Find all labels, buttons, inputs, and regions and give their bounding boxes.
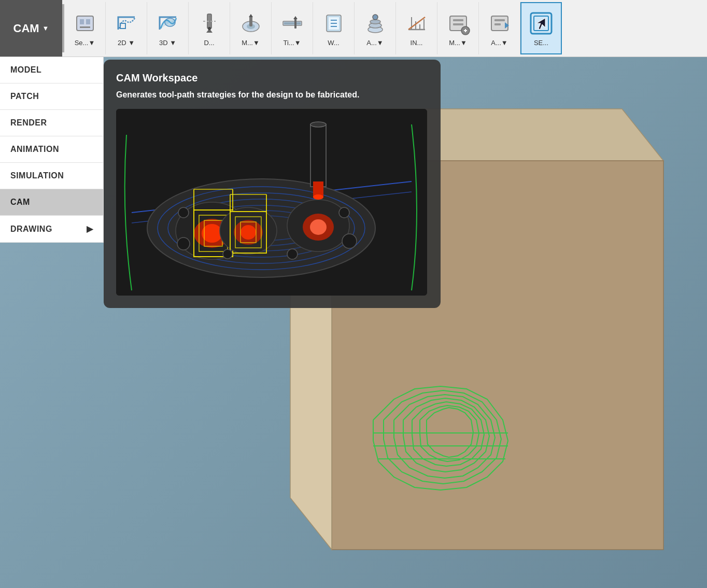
sidebar-item-patch[interactable]: PATCH [0,83,103,110]
3d-icon [154,10,181,37]
tool-drill-label: D... [204,39,214,47]
svg-rect-15 [294,18,296,29]
svg-point-24 [370,20,380,24]
workspace-label: CAM [13,22,39,35]
svg-point-83 [310,122,326,127]
sidebar-item-model-label: MODEL [10,65,41,75]
turning-icon [279,10,306,37]
tool-select-label: SE... [534,39,548,47]
svg-point-88 [339,207,349,218]
sidebar-item-cam-label: CAM [10,198,30,207]
drawing-arrow-icon: ▶ [87,224,93,234]
svg-marker-16 [293,16,298,19]
tooltip-description: Generates tool-path strategies for the d… [116,89,428,101]
sidebar-item-render[interactable]: RENDER [0,110,103,136]
manage-icon [445,10,472,37]
inspect-icon [403,10,430,37]
sidebar-item-drawing[interactable]: DRAWING ▶ [0,216,103,243]
tool-select[interactable]: SE... [520,2,562,54]
svg-rect-2 [86,19,90,24]
svg-rect-39 [494,19,505,21]
tool-manage[interactable]: M...▼ [437,2,479,54]
svg-point-87 [178,207,189,218]
sidebar-item-render-label: RENDER [10,118,47,128]
tool-water-label: W... [328,39,339,47]
svg-point-85 [313,194,323,200]
sidebar-item-drawing-label: DRAWING [10,225,52,234]
svg-marker-12 [249,14,253,17]
tool-water[interactable]: W... [313,2,355,54]
sidebar-item-animation[interactable]: ANIMATION [0,136,103,163]
sidebar-item-cam[interactable]: CAM [0,189,103,216]
tool-manage-label: M...▼ [449,39,467,47]
select-icon [528,10,555,37]
svg-rect-34 [453,23,463,25]
tooltip-title: CAM Workspace [116,72,428,84]
svg-point-81 [310,219,327,235]
svg-rect-40 [494,23,501,25]
additive-icon [362,10,389,37]
svg-point-89 [342,234,357,248]
workspace-dropdown[interactable]: CAM ▼ [0,0,62,57]
2d-icon [113,10,140,37]
svg-rect-14 [284,22,301,24]
sidebar-item-patch-label: PATCH [10,92,39,101]
svg-point-7 [208,27,211,30]
tool-turning-label: Ti...▼ [283,39,301,47]
svg-point-91 [223,249,232,259]
tool-multi[interactable]: M...▼ [230,2,272,54]
tool-2d-label: 2D ▼ [118,39,135,47]
tool-additive[interactable]: A...▼ [355,2,396,54]
tool-setup[interactable]: Se...▼ [64,2,106,54]
tooltip-cam-preview [116,109,427,296]
tool-additive-label: A...▼ [366,39,383,47]
tooltip-popup: CAM Workspace Generates tool-path strate… [104,60,441,308]
tool-inspect-label: IN... [411,39,423,47]
sidebar-item-animation-label: ANIMATION [10,145,59,154]
svg-point-63 [202,224,222,243]
multi-icon [237,10,264,37]
tool-actions[interactable]: A...▼ [479,2,520,54]
sidebar: MODEL PATCH RENDER ANIMATION SIMULATION … [0,57,104,243]
toolbar: CAM ▼ Se...▼ [0,0,707,57]
workspace-arrow: ▼ [43,24,49,32]
sidebar-item-model[interactable]: MODEL [0,57,103,83]
water-icon [320,10,347,37]
svg-line-31 [408,17,425,30]
svg-rect-3 [80,26,90,28]
tool-drill[interactable]: D... [189,2,230,54]
svg-rect-82 [310,124,326,187]
svg-point-86 [177,237,190,250]
tool-setup-label: Se...▼ [75,39,95,47]
drill-icon [196,10,223,37]
svg-point-4 [165,18,175,26]
svg-point-25 [373,15,378,20]
svg-rect-11 [249,16,252,26]
svg-rect-0 [77,16,93,31]
tool-turning[interactable]: Ti...▼ [272,2,313,54]
sidebar-item-simulation[interactable]: SIMULATION [0,163,103,189]
svg-rect-33 [453,19,463,21]
tool-3d-label: 3D ▼ [159,39,176,47]
tool-multi-label: M...▼ [242,39,260,47]
sidebar-item-simulation-label: SIMULATION [10,171,64,180]
tool-inspect[interactable]: IN... [396,2,437,54]
svg-point-90 [287,249,298,259]
tool-actions-label: A...▼ [491,39,507,47]
svg-rect-1 [80,19,84,24]
setup-icon [72,10,98,37]
svg-point-72 [241,225,256,240]
actions-icon [486,10,513,37]
tool-2d[interactable]: 2D ▼ [106,2,147,54]
cam-preview-svg [116,109,427,296]
toolbar-tools: Se...▼ 2D ▼ 3D ▼ [64,0,707,57]
tool-3d[interactable]: 3D ▼ [147,2,189,54]
